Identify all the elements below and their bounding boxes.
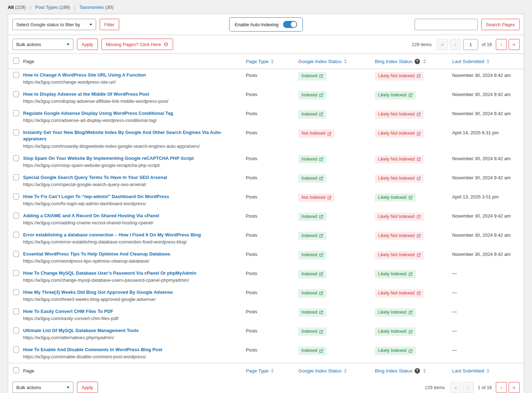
bulk-actions-select-top[interactable]: Bulk actions	[12, 39, 73, 50]
row-checkbox[interactable]	[13, 72, 19, 78]
bing-status-badge[interactable]: Likely Not Indexed	[375, 155, 424, 164]
sort-google-status[interactable]: Google Index Status	[298, 59, 347, 64]
google-status-badge[interactable]: Indexed	[298, 91, 326, 100]
column-last-submitted: Last Submitted	[449, 363, 524, 378]
page-title-link[interactable]: Regulate Google Adsense Display Using Wo…	[23, 110, 173, 117]
last-page-button[interactable]: »	[509, 39, 520, 50]
sort-bing-status[interactable]: Bing Index Status?	[375, 59, 426, 64]
bing-status-badge[interactable]: Likely Not Indexed	[375, 232, 424, 240]
sort-last-submitted[interactable]: Last Submitted	[452, 368, 489, 374]
google-status-badge[interactable]: Indexed	[298, 213, 326, 221]
google-status-badge[interactable]: Indexed	[298, 289, 326, 298]
row-checkbox[interactable]	[13, 251, 19, 257]
page-title-link[interactable]: Essential WordPress Tips To Help Optimis…	[23, 251, 171, 257]
external-link-icon	[409, 196, 412, 200]
page-title-link[interactable]: Stop Spam On Your Website By Implementin…	[23, 155, 194, 162]
bing-status-badge[interactable]: Likely Indexed	[375, 91, 416, 100]
sort-last-submitted[interactable]: Last Submitted	[452, 59, 489, 64]
row-checkbox[interactable]	[13, 308, 19, 314]
row-checkbox[interactable]	[13, 232, 19, 238]
next-page-button[interactable]: ›	[496, 382, 507, 393]
page-title-link[interactable]: How To Easily Convert CHM Files To PDF	[23, 308, 113, 315]
bing-status-badge[interactable]: Likely Not Indexed	[375, 129, 424, 138]
google-status-badge[interactable]: Indexed	[298, 327, 326, 336]
sort-bing-status[interactable]: Bing Index Status?	[375, 368, 426, 374]
filter-link-post-types[interactable]: Post Types (199)	[35, 5, 70, 10]
google-status-badge[interactable]: Indexed	[298, 251, 326, 259]
bing-status-badge[interactable]: Likely Not Indexed	[375, 251, 424, 259]
apply-button-top[interactable]: Apply	[77, 39, 98, 50]
bing-status-badge[interactable]: Likely Indexed	[375, 327, 416, 336]
google-status-badge[interactable]: Indexed	[298, 174, 326, 183]
sort-google-status[interactable]: Google Index Status	[298, 368, 347, 374]
row-checkbox[interactable]	[13, 174, 19, 180]
missing-pages-button[interactable]: Missing Pages? Click Here	[101, 39, 173, 50]
google-status-badge[interactable]: Indexed	[298, 308, 326, 317]
google-status-badge[interactable]: Indexed	[298, 155, 326, 164]
google-status-badge[interactable]: Indexed	[298, 72, 326, 80]
row-checkbox[interactable]	[13, 347, 19, 353]
row-checkbox[interactable]	[13, 289, 19, 295]
filter-links: All (229) | Post Types (199) | Taxonomie…	[8, 5, 524, 10]
page-title-link[interactable]: How to Change A WordPress Site URL Using…	[23, 72, 146, 78]
page-title-link[interactable]: Instantly Get Your New Blog/Website Inde…	[23, 129, 239, 142]
row-checkbox[interactable]	[13, 155, 19, 161]
auto-indexing-toggle[interactable]	[283, 21, 297, 28]
row-checkbox[interactable]	[13, 193, 19, 200]
google-status-badge[interactable]: Indexed	[298, 347, 326, 355]
bing-status-badge[interactable]: Likely Indexed	[375, 270, 416, 279]
bing-status-badge[interactable]: Likely Not Indexed	[375, 110, 424, 119]
row-checkbox[interactable]	[13, 327, 19, 333]
page-title-link[interactable]: Ultimate List Of MySQL Database Manageme…	[23, 327, 139, 334]
filter-link-taxonomies[interactable]: Taxonomies (30)	[79, 5, 113, 10]
page-title-link[interactable]: How To Change MySQL Database User’s Pass…	[23, 270, 196, 276]
row-checkbox[interactable]	[13, 129, 19, 135]
google-status-badge[interactable]: Not Indexed	[298, 129, 334, 138]
page-title-link[interactable]: Adding a CNAME and A Record On Shared Ho…	[23, 213, 159, 219]
table-row: How to Display Adsense at the Middle Of …	[8, 88, 524, 107]
sort-page-type[interactable]: Page Type	[246, 59, 274, 64]
bing-status-badge[interactable]: Likely Indexed	[375, 347, 416, 355]
select-all-checkbox[interactable]	[13, 367, 19, 373]
google-status-badge[interactable]: Indexed	[298, 270, 326, 279]
bing-status-badge[interactable]: Likely Not Indexed	[375, 289, 424, 298]
apply-button-bottom[interactable]: Apply	[77, 382, 98, 393]
page-title-link[interactable]: How To Fix Can’t Login To “/wp-admin/” D…	[23, 193, 169, 200]
row-checkbox[interactable]	[13, 270, 19, 276]
row-checkbox[interactable]	[13, 91, 19, 97]
page-url: https://w3guy.com/easily-convert-chm-fil…	[23, 316, 239, 322]
google-status-filter-select[interactable]: Select Google status to filter by	[12, 19, 96, 30]
next-page-button[interactable]: ›	[496, 39, 507, 50]
bing-status-badge[interactable]: Likely Not Indexed	[375, 174, 424, 183]
filter-link-all[interactable]: All (229)	[8, 5, 26, 10]
page-root: All (229) | Post Types (199) | Taxonomie…	[0, 0, 532, 393]
google-status-badge[interactable]: Indexed	[298, 110, 326, 119]
sort-page-type[interactable]: Page Type	[246, 368, 274, 374]
page-url: https://w3guy.com/instantly-blogwebsite-…	[23, 144, 239, 150]
last-page-button[interactable]: »	[509, 382, 520, 393]
bing-status-badge[interactable]: Likely Not Indexed	[375, 72, 424, 80]
help-icon[interactable]: ?	[415, 59, 420, 64]
help-icon[interactable]: ?	[415, 368, 420, 374]
search-pages-button[interactable]: Search Pages	[481, 19, 520, 30]
row-checkbox[interactable]	[13, 213, 19, 219]
status-label: Indexed	[301, 214, 317, 220]
page-title-link[interactable]: How To Enable And Disable Comments In Wo…	[23, 347, 162, 353]
page-title-link[interactable]: Special Google Search Query Terms To Hav…	[23, 174, 167, 181]
google-status-badge[interactable]: Indexed	[298, 232, 326, 240]
page-title-link[interactable]: How to Display Adsense at the Middle Of …	[23, 91, 149, 97]
current-page-input[interactable]	[463, 39, 478, 50]
last-submitted: November 30, 2024 9:42 am	[452, 252, 511, 257]
page-title-link[interactable]: Error establishing a database connection…	[23, 232, 201, 238]
google-status-badge[interactable]: Not Indexed	[298, 193, 334, 202]
select-all-checkbox[interactable]	[13, 58, 19, 64]
bing-status-badge[interactable]: Likely Indexed	[375, 308, 416, 317]
bing-status-badge[interactable]: Likely Indexed	[375, 193, 416, 202]
row-checkbox[interactable]	[13, 110, 19, 116]
page-title-link[interactable]: How My Three(3) Weeks Old Blog Got Appro…	[23, 289, 173, 296]
bulk-actions-select-bottom[interactable]: Bulk actions	[12, 382, 73, 393]
search-input[interactable]	[415, 19, 478, 30]
external-link-icon	[319, 234, 323, 238]
filter-button[interactable]: Filter	[100, 19, 119, 30]
bing-status-badge[interactable]: Likely Not Indexed	[375, 213, 424, 221]
